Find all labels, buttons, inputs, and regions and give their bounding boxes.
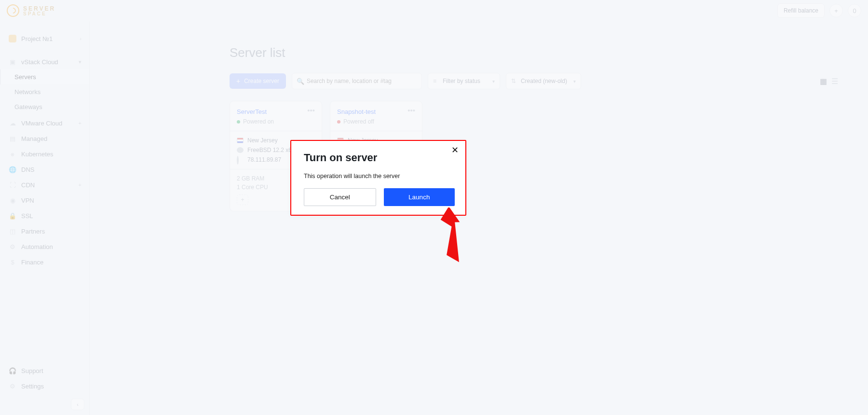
cancel-button[interactable]: Cancel — [304, 188, 376, 206]
launch-button[interactable]: Launch — [384, 188, 455, 206]
modal-title: Turn on server — [304, 152, 455, 164]
turn-on-server-modal: ✕ Turn on server This operation will lau… — [290, 140, 466, 216]
modal-close-button[interactable]: ✕ — [451, 146, 459, 154]
close-icon: ✕ — [451, 145, 459, 155]
modal-description: This operation will launch the server — [304, 173, 455, 180]
modal-actions: Cancel Launch — [304, 188, 455, 206]
